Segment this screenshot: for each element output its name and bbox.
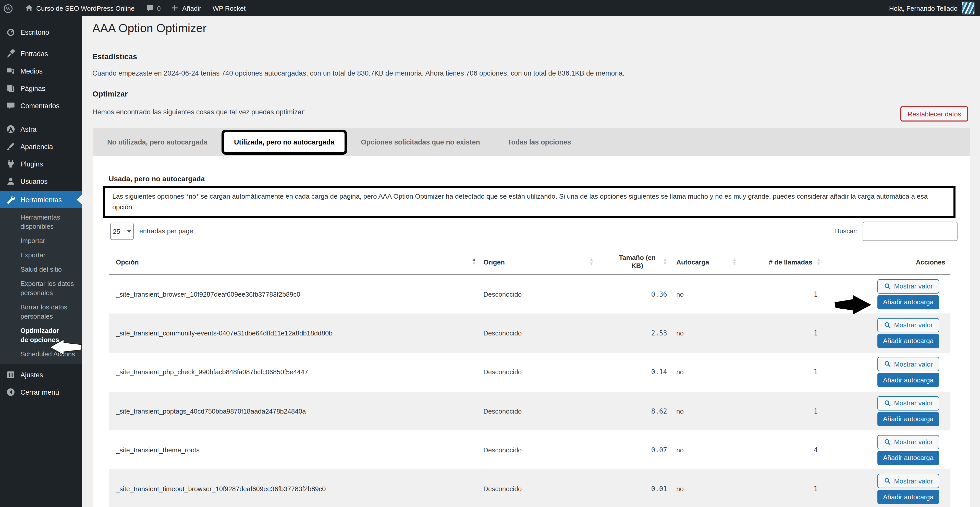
sidebar-item-medios[interactable]: Medios bbox=[0, 62, 82, 80]
size-cell: 2.53 bbox=[601, 314, 667, 353]
submenu-item-salud-del-sitio[interactable]: Salud del sitio bbox=[0, 265, 82, 274]
header-origen[interactable]: Origen ▲▼ bbox=[484, 250, 601, 274]
origin-cell: Desconocido bbox=[484, 430, 601, 469]
optimize-heading: Optimizar bbox=[92, 89, 127, 98]
sort-icon-tamano[interactable]: ▲▼ bbox=[663, 258, 667, 266]
reset-data-button[interactable]: Restablecer datos bbox=[900, 106, 968, 121]
sort-icon-autocarga[interactable]: ▲▼ bbox=[732, 258, 737, 266]
new-content-menu[interactable]: Añadir bbox=[167, 0, 205, 16]
wordpress-logo-icon[interactable]: W bbox=[3, 4, 12, 12]
sort-icon-origen[interactable]: ▲▼ bbox=[589, 258, 593, 266]
wp-rocket-label: WP Rocket bbox=[213, 4, 246, 12]
submenu-item-herramientas-disponibles[interactable]: Herramientas disponibles bbox=[0, 213, 82, 231]
comments-menu[interactable]: 0 bbox=[142, 0, 165, 16]
sidebar-item-paginas[interactable]: Páginas bbox=[0, 80, 82, 97]
sidebar-item-apariencia[interactable]: Apariencia bbox=[0, 138, 82, 155]
show-value-button[interactable]: Mostrar valor bbox=[877, 318, 939, 332]
add-autoload-button[interactable]: Añadir autocarga bbox=[877, 334, 939, 348]
table-row: _site_transient_theme_roots Desconocido … bbox=[109, 430, 950, 469]
sidebar-item-label: Escritorio bbox=[21, 28, 49, 36]
page-title: AAA Option Optimizer bbox=[92, 21, 207, 35]
add-autoload-button[interactable]: Añadir autocarga bbox=[877, 489, 939, 504]
add-autoload-button[interactable]: Añadir autocarga bbox=[877, 451, 939, 465]
submenu-item-exportar[interactable]: Exportar bbox=[0, 251, 82, 260]
sidebar-item-label: Usuarios bbox=[21, 177, 48, 185]
per-page-select[interactable]: 25 bbox=[110, 223, 134, 240]
add-autoload-button[interactable]: Añadir autocarga bbox=[877, 373, 939, 387]
astra-logo-icon bbox=[6, 124, 15, 134]
sidebar-item-ajustes[interactable]: Ajustes bbox=[0, 366, 82, 383]
search-input[interactable] bbox=[862, 222, 958, 241]
actions-cell: Mostrar valor Añadir autocarga bbox=[818, 352, 950, 392]
tab-panel: Usada, pero no autocargada Las siguiente… bbox=[94, 156, 970, 507]
table-header-row: Opción ▲▼ Origen ▲▼ Tamaño (en KB) ▲▼ Au… bbox=[109, 250, 950, 275]
calls-cell: 1 bbox=[744, 314, 818, 353]
stats-heading: Estadísticas bbox=[92, 52, 137, 61]
tab-opciones-solicitadas-que-no-existen[interactable]: Opciones solicitadas que no existen bbox=[347, 128, 494, 156]
sidebar-item-label: Entradas bbox=[21, 50, 48, 57]
show-value-button[interactable]: Mostrar valor bbox=[877, 357, 939, 371]
sidebar-item-escritorio[interactable]: Escritorio bbox=[0, 24, 82, 41]
header-llamadas[interactable]: # de llamadas ▲▼ bbox=[744, 250, 818, 274]
header-autocarga[interactable]: Autocarga ▲▼ bbox=[667, 250, 744, 274]
option-name-cell: _site_transient_php_check_990bfacb848fa0… bbox=[109, 352, 484, 392]
origin-cell: Desconocido bbox=[484, 314, 601, 353]
sidebar-item-astra[interactable]: Astra bbox=[0, 121, 82, 138]
plugin-icon bbox=[6, 159, 15, 169]
show-value-button[interactable]: Mostrar valor bbox=[877, 279, 939, 293]
admin-sidebar: Escritorio Entradas Medios Páginas bbox=[0, 16, 82, 507]
panel-description: Las siguientes opciones *no* se cargan a… bbox=[112, 193, 928, 210]
active-menu-pointer bbox=[76, 195, 82, 204]
magnifier-icon bbox=[884, 477, 891, 485]
autoload-cell: no bbox=[667, 430, 744, 469]
size-cell: 0.14 bbox=[601, 352, 667, 392]
autoload-cell: no bbox=[667, 392, 744, 430]
search-label: Buscar: bbox=[835, 227, 858, 235]
sidebar-item-usuarios[interactable]: Usuarios bbox=[0, 172, 82, 190]
header-tamano[interactable]: Tamaño (en KB) ▲▼ bbox=[601, 250, 667, 274]
submenu-item-borrar-datos-personales[interactable]: Borrar los datos personales bbox=[0, 303, 82, 321]
avatar[interactable] bbox=[962, 2, 975, 15]
comments-count: 0 bbox=[157, 4, 161, 12]
submenu-item-importar[interactable]: Importar bbox=[0, 236, 82, 246]
wrench-icon bbox=[6, 195, 15, 204]
show-value-button[interactable]: Mostrar valor bbox=[877, 435, 939, 449]
sidebar-item-plugins[interactable]: Plugins bbox=[0, 155, 82, 172]
calls-cell: 1 bbox=[744, 352, 818, 392]
sidebar-item-cerrar-menu[interactable]: Cerrar menú bbox=[0, 383, 82, 401]
sidebar-item-label: Plugins bbox=[21, 160, 43, 168]
comment-bubble-icon bbox=[146, 4, 154, 12]
user-greeting[interactable]: Hola, Fernando Tellado bbox=[889, 4, 958, 12]
actions-cell: Mostrar valor Añadir autocarga bbox=[818, 430, 950, 469]
pages-icon bbox=[6, 84, 15, 93]
sort-icon-opcion[interactable]: ▲▼ bbox=[472, 258, 476, 266]
sidebar-item-entradas[interactable]: Entradas bbox=[0, 45, 82, 62]
calls-cell: 4 bbox=[744, 430, 818, 469]
sidebar-item-label: Apariencia bbox=[21, 143, 53, 150]
tab-todas-las-opciones[interactable]: Todas las opciones bbox=[494, 128, 585, 156]
wp-rocket-menu[interactable]: WP Rocket bbox=[208, 0, 250, 16]
sidebar-item-comentarios[interactable]: Comentarios bbox=[0, 97, 82, 114]
size-cell: 0.07 bbox=[601, 430, 667, 469]
calls-cell: 1 bbox=[744, 275, 818, 314]
header-opcion[interactable]: Opción ▲▼ bbox=[109, 250, 484, 274]
option-name-cell: _site_transient_poptags_40cd750bba9870f1… bbox=[109, 392, 484, 430]
show-value-button[interactable]: Mostrar valor bbox=[877, 474, 939, 488]
add-autoload-button[interactable]: Añadir autocarga bbox=[877, 295, 939, 309]
table-row: _site_transient_community-events-0407e31… bbox=[109, 314, 950, 353]
add-autoload-button[interactable]: Añadir autocarga bbox=[877, 412, 939, 426]
svg-text:W: W bbox=[6, 6, 11, 12]
sidebar-item-herramientas[interactable]: Herramientas bbox=[0, 191, 82, 208]
site-menu[interactable]: Curso de SEO WordPress Online bbox=[21, 0, 138, 16]
size-cell: 0.01 bbox=[601, 469, 667, 507]
actions-cell: Mostrar valor Añadir autocarga bbox=[818, 314, 950, 353]
annotation-arrow-sidebar bbox=[50, 339, 82, 356]
option-name-cell: _site_transient_browser_10f9287deaf609ee… bbox=[109, 275, 484, 314]
sidebar-item-label: Páginas bbox=[21, 84, 45, 92]
actions-cell: Mostrar valor Añadir autocarga bbox=[818, 392, 950, 430]
show-value-button[interactable]: Mostrar valor bbox=[877, 396, 939, 410]
tab-utilizada-pero-no-autocargada[interactable]: Utilizada, pero no autocargada bbox=[221, 130, 347, 155]
tab-no-utilizada-pero-autocargada[interactable]: No utilizada, pero autocargada bbox=[94, 128, 221, 156]
submenu-item-exportar-datos-personales[interactable]: Exportar los datos personales bbox=[0, 279, 82, 298]
main-content: AAA Option Optimizer Estadísticas Cuando… bbox=[82, 16, 980, 507]
